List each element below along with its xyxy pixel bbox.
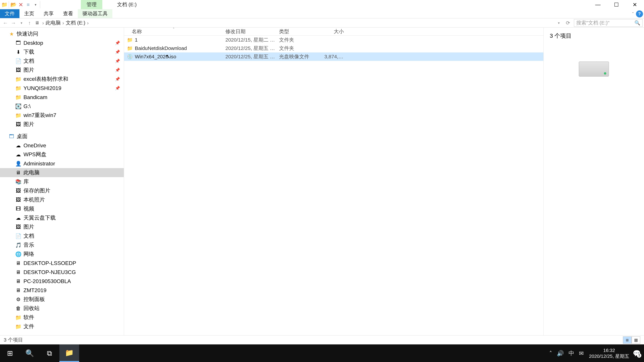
nav-desktop[interactable]: 🗔桌面 bbox=[0, 132, 124, 141]
address-dropdown-icon[interactable]: ▾ bbox=[555, 19, 563, 27]
qat-divider bbox=[40, 1, 40, 8]
nav-label: ZMT2019 bbox=[24, 287, 46, 294]
nav-quick-access-item[interactable]: 🖼图片📌 bbox=[0, 65, 124, 75]
tab-drive-tools[interactable]: 驱动器工具 bbox=[78, 9, 112, 18]
item-icon: 📁 bbox=[15, 76, 22, 82]
help-icon[interactable]: ? bbox=[636, 10, 643, 17]
ribbon-expand-icon[interactable]: ˇ bbox=[632, 11, 634, 16]
search-button[interactable]: 🔍 bbox=[20, 345, 40, 362]
up-button[interactable]: ↑ bbox=[26, 19, 34, 27]
nav-library-item[interactable]: 🖼图片 bbox=[0, 222, 124, 231]
file-row[interactable]: 📁12020/12/15, 星期二 1...文件夹 bbox=[124, 36, 544, 44]
nav-quick-access-item[interactable]: 📄文档📌 bbox=[0, 56, 124, 65]
nav-label: 软件 bbox=[24, 314, 34, 321]
nav-library-item[interactable]: 📄文档 bbox=[0, 231, 124, 241]
nav-network-item[interactable]: 🖥ZMT2019 bbox=[0, 286, 124, 295]
qat-delete-icon[interactable]: ✕ bbox=[17, 1, 24, 8]
nav-desktop-item[interactable]: ☁OneDrive bbox=[0, 141, 124, 150]
tab-file[interactable]: 文件 bbox=[0, 9, 20, 18]
ime-indicator[interactable]: 中 bbox=[568, 350, 574, 357]
qat-app-icon[interactable]: 📁 bbox=[1, 1, 8, 8]
tab-share[interactable]: 共享 bbox=[39, 9, 58, 18]
nav-library-item[interactable]: 🎞视频 bbox=[0, 204, 124, 213]
nav-gap bbox=[0, 129, 124, 132]
nav-desktop-item[interactable]: 📚库 bbox=[0, 177, 124, 186]
nav-extra-item[interactable]: 🗑回收站 bbox=[0, 304, 124, 313]
computer-icon: 🖥 bbox=[15, 260, 22, 266]
column-header-size[interactable]: 大小 bbox=[322, 28, 349, 35]
close-button[interactable]: ✕ bbox=[626, 0, 644, 9]
maximize-button[interactable]: ☐ bbox=[607, 0, 626, 9]
task-view-button[interactable]: ⧉ bbox=[40, 345, 59, 362]
nav-network-item[interactable]: 🖥PC-20190530OBLA bbox=[0, 277, 124, 286]
address-chevron-icon[interactable]: › bbox=[85, 20, 90, 26]
nav-library-item[interactable]: 🖼保存的图片 bbox=[0, 186, 124, 195]
iso-file-icon: 💿 bbox=[127, 54, 133, 59]
nav-quick-access-item[interactable]: 📁YUNQISHI2019📌 bbox=[0, 84, 124, 93]
file-row[interactable]: 💿Win7x64_2020.iso2020/12/25, 星期五 1...光盘映… bbox=[124, 52, 544, 61]
nav-quick-access-item[interactable]: 📁Bandicam bbox=[0, 93, 124, 102]
clock-time: 16:32 bbox=[589, 348, 629, 353]
nav-quick-access-item[interactable]: 📁excel表格制作求和📌 bbox=[0, 75, 124, 84]
details-item-count: 3 个项目 bbox=[550, 32, 638, 40]
address-segment-drive[interactable]: 文档 (E:) bbox=[66, 19, 85, 26]
qat-customize-dropdown-icon[interactable]: ▾ bbox=[32, 1, 39, 8]
pin-icon: 📌 bbox=[115, 59, 120, 63]
qat-properties-icon[interactable]: ≡ bbox=[24, 1, 32, 8]
tray-overflow-icon[interactable]: ˄ bbox=[549, 350, 552, 357]
address-chevron-icon[interactable]: › bbox=[61, 20, 66, 26]
tab-home[interactable]: 主页 bbox=[20, 9, 39, 18]
cell-name: 💿Win7x64_2020.iso bbox=[124, 54, 223, 59]
pc-icon[interactable]: 🖥 bbox=[35, 20, 39, 25]
column-header-date[interactable]: 修改日期 bbox=[223, 28, 277, 35]
nav-desktop-item[interactable]: 🖥此电脑 bbox=[0, 168, 124, 177]
volume-icon[interactable]: 🔊 bbox=[557, 350, 564, 357]
nav-extra-item[interactable]: ⚙控制面板 bbox=[0, 295, 124, 304]
pin-icon: 📌 bbox=[115, 50, 120, 54]
start-button[interactable]: ⊞ bbox=[0, 345, 20, 362]
nav-library-item[interactable]: 🎵音乐 bbox=[0, 241, 124, 250]
contextual-tab-manage[interactable]: 管理 bbox=[81, 0, 102, 9]
minimize-button[interactable]: — bbox=[589, 0, 607, 9]
nav-quick-access-item[interactable]: 📁win7重装win7 bbox=[0, 111, 124, 120]
details-view-button[interactable]: ≣ bbox=[623, 336, 632, 344]
search-input[interactable]: 搜索"文档 (E:)" 🔍 bbox=[574, 19, 643, 27]
notification-badge: 3 bbox=[637, 353, 641, 358]
nav-quick-access-item[interactable]: ⬇下载📌 bbox=[0, 47, 124, 56]
view-toggle: ≣ ▦ bbox=[623, 336, 640, 344]
nav-extra-item[interactable]: 📁软件 bbox=[0, 313, 124, 322]
nav-network-item[interactable]: 🖥DESKTOP-LSSOEDP bbox=[0, 259, 124, 268]
nav-desktop-item[interactable]: ☁WPS网盘 bbox=[0, 150, 124, 159]
recent-locations-dropdown-icon[interactable]: ▾ bbox=[18, 19, 26, 27]
computer-icon: 🖥 bbox=[15, 269, 22, 275]
cell-type: 文件夹 bbox=[277, 45, 322, 52]
column-header-type[interactable]: 类型 bbox=[277, 28, 322, 35]
nav-quick-access-item[interactable]: 💽G:\ bbox=[0, 102, 124, 111]
nav-extra-item[interactable]: 📁文件 bbox=[0, 322, 124, 331]
nav-quick-access[interactable]: ★快速访问 bbox=[0, 29, 124, 38]
taskbar-explorer-button[interactable]: 📁 bbox=[59, 345, 79, 362]
tray-app-icon[interactable]: ✉ bbox=[579, 350, 584, 357]
address-segment-this-pc[interactable]: 此电脑 bbox=[46, 19, 61, 26]
nav-network[interactable]: 🌐网络 bbox=[0, 250, 124, 259]
nav-library-item[interactable]: 🖼本机照片 bbox=[0, 195, 124, 204]
search-icon[interactable]: 🔍 bbox=[634, 20, 640, 26]
file-row[interactable]: 📁BaiduNetdiskDownload2020/12/25, 星期五 1..… bbox=[124, 44, 544, 52]
qat-open-folder-icon[interactable]: 📂 bbox=[10, 1, 17, 8]
forward-button[interactable]: → bbox=[10, 19, 18, 27]
nav-quick-access-item[interactable]: 🗔Desktop📌 bbox=[0, 38, 124, 47]
nav-library-item[interactable]: ☁天翼云盘下载 bbox=[0, 213, 124, 222]
details-pane: 3 个项目 bbox=[544, 28, 644, 335]
item-icon: 📁 bbox=[15, 324, 22, 330]
address-chevron-icon[interactable]: › bbox=[40, 20, 46, 26]
nav-desktop-item[interactable]: 👤Administrator bbox=[0, 159, 124, 168]
nav-quick-access-item[interactable]: 🖼图片 bbox=[0, 120, 124, 129]
taskbar-clock[interactable]: 16:32 2020/12/25, 星期五 bbox=[587, 348, 632, 359]
action-center-button[interactable]: 💬3 bbox=[632, 348, 642, 358]
nav-label: 本机照片 bbox=[24, 196, 45, 203]
back-button[interactable]: ← bbox=[1, 19, 10, 27]
nav-network-item[interactable]: 🖥DESKTOP-NJEU3CG bbox=[0, 268, 124, 277]
thumbnails-view-button[interactable]: ▦ bbox=[632, 336, 640, 344]
refresh-button[interactable]: ⟳ bbox=[564, 19, 572, 27]
tab-view[interactable]: 查看 bbox=[58, 9, 78, 18]
